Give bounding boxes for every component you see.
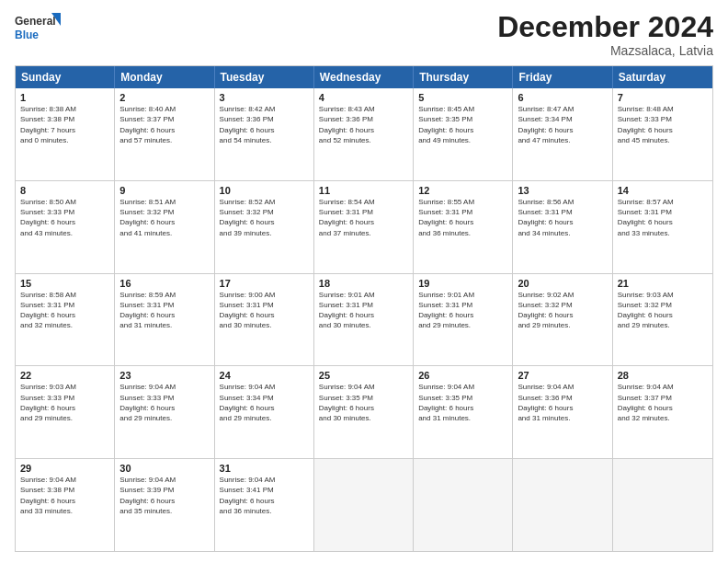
cell-info: Sunrise: 8:51 AM Sunset: 3:32 PM Dayligh… <box>119 197 209 238</box>
table-row: 29Sunrise: 9:04 AM Sunset: 3:38 PM Dayli… <box>16 459 115 551</box>
table-row: 22Sunrise: 9:03 AM Sunset: 3:33 PM Dayli… <box>16 366 115 458</box>
day-number: 3 <box>220 92 309 103</box>
table-row: 20Sunrise: 9:02 AM Sunset: 3:32 PM Dayli… <box>513 274 612 366</box>
header-tuesday: Tuesday <box>215 66 314 88</box>
week-row-1: 1Sunrise: 8:38 AM Sunset: 3:38 PM Daylig… <box>16 88 712 180</box>
table-row: 2Sunrise: 8:40 AM Sunset: 3:37 PM Daylig… <box>115 88 214 180</box>
day-number: 8 <box>20 185 109 196</box>
cell-info: Sunrise: 8:57 AM Sunset: 3:31 PM Dayligh… <box>618 197 708 238</box>
header-saturday: Saturday <box>613 66 712 88</box>
table-row: 8Sunrise: 8:50 AM Sunset: 3:33 PM Daylig… <box>16 181 115 273</box>
day-number: 21 <box>618 278 708 289</box>
day-number: 27 <box>518 370 607 381</box>
header-wednesday: Wednesday <box>314 66 414 88</box>
calendar: Sunday Monday Tuesday Wednesday Thursday… <box>15 65 713 552</box>
day-number: 10 <box>220 185 309 196</box>
cell-info: Sunrise: 9:04 AM Sunset: 3:34 PM Dayligh… <box>220 382 309 423</box>
table-row: 17Sunrise: 9:00 AM Sunset: 3:31 PM Dayli… <box>215 274 314 366</box>
day-number: 31 <box>220 463 309 474</box>
day-number: 23 <box>119 370 209 381</box>
title-area: December 2024 Mazsalaca, Latvia <box>497 11 713 58</box>
day-number: 17 <box>220 278 309 289</box>
week-row-4: 22Sunrise: 9:03 AM Sunset: 3:33 PM Dayli… <box>16 365 712 458</box>
logo: General Blue <box>15 11 61 44</box>
cell-info: Sunrise: 9:04 AM Sunset: 3:37 PM Dayligh… <box>618 382 708 423</box>
day-number: 15 <box>20 278 109 289</box>
table-row: 15Sunrise: 8:58 AM Sunset: 3:31 PM Dayli… <box>16 274 115 366</box>
cell-info: Sunrise: 9:04 AM Sunset: 3:41 PM Dayligh… <box>220 475 309 516</box>
table-row: 1Sunrise: 8:38 AM Sunset: 3:38 PM Daylig… <box>16 88 115 180</box>
cell-info: Sunrise: 8:54 AM Sunset: 3:31 PM Dayligh… <box>319 197 408 238</box>
week-row-3: 15Sunrise: 8:58 AM Sunset: 3:31 PM Dayli… <box>16 273 712 366</box>
table-row: 3Sunrise: 8:42 AM Sunset: 3:36 PM Daylig… <box>215 88 314 180</box>
cell-info: Sunrise: 9:03 AM Sunset: 3:33 PM Dayligh… <box>20 382 109 423</box>
day-number: 19 <box>418 278 507 289</box>
table-row: 31Sunrise: 9:04 AM Sunset: 3:41 PM Dayli… <box>215 459 314 551</box>
table-row: 9Sunrise: 8:51 AM Sunset: 3:32 PM Daylig… <box>115 181 214 273</box>
day-number: 2 <box>119 92 209 103</box>
day-number: 6 <box>518 92 607 103</box>
cell-info: Sunrise: 9:04 AM Sunset: 3:39 PM Dayligh… <box>119 475 209 516</box>
table-row: 24Sunrise: 9:04 AM Sunset: 3:34 PM Dayli… <box>215 366 314 458</box>
svg-text:Blue: Blue <box>15 29 39 41</box>
table-row: 11Sunrise: 8:54 AM Sunset: 3:31 PM Dayli… <box>314 181 414 273</box>
logo-svg: General Blue <box>15 11 61 44</box>
calendar-body: 1Sunrise: 8:38 AM Sunset: 3:38 PM Daylig… <box>16 88 712 551</box>
day-number: 9 <box>119 185 209 196</box>
header-monday: Monday <box>115 66 214 88</box>
cell-info: Sunrise: 8:40 AM Sunset: 3:37 PM Dayligh… <box>119 104 209 145</box>
table-row: 13Sunrise: 8:56 AM Sunset: 3:31 PM Dayli… <box>513 181 612 273</box>
table-row: 4Sunrise: 8:43 AM Sunset: 3:36 PM Daylig… <box>314 88 414 180</box>
day-number: 20 <box>518 278 607 289</box>
day-number: 29 <box>20 463 109 474</box>
page: General Blue December 2024 Mazsalaca, La… <box>0 0 728 563</box>
table-row: 23Sunrise: 9:04 AM Sunset: 3:33 PM Dayli… <box>115 366 214 458</box>
cell-info: Sunrise: 8:55 AM Sunset: 3:31 PM Dayligh… <box>418 197 507 238</box>
table-row: 12Sunrise: 8:55 AM Sunset: 3:31 PM Dayli… <box>414 181 513 273</box>
cell-info: Sunrise: 9:02 AM Sunset: 3:32 PM Dayligh… <box>518 290 607 331</box>
cell-info: Sunrise: 8:48 AM Sunset: 3:33 PM Dayligh… <box>618 104 708 145</box>
cell-info: Sunrise: 9:04 AM Sunset: 3:33 PM Dayligh… <box>119 382 209 423</box>
day-number: 13 <box>518 185 607 196</box>
cell-info: Sunrise: 8:56 AM Sunset: 3:31 PM Dayligh… <box>518 197 607 238</box>
day-number: 18 <box>319 278 408 289</box>
day-number: 11 <box>319 185 408 196</box>
day-number: 1 <box>20 92 109 103</box>
week-row-5: 29Sunrise: 9:04 AM Sunset: 3:38 PM Dayli… <box>16 458 712 551</box>
day-number: 30 <box>119 463 209 474</box>
cell-info: Sunrise: 9:01 AM Sunset: 3:31 PM Dayligh… <box>418 290 507 331</box>
table-row: 26Sunrise: 9:04 AM Sunset: 3:35 PM Dayli… <box>414 366 513 458</box>
cell-info: Sunrise: 8:47 AM Sunset: 3:34 PM Dayligh… <box>518 104 607 145</box>
day-number: 22 <box>20 370 109 381</box>
table-row: 14Sunrise: 8:57 AM Sunset: 3:31 PM Dayli… <box>613 181 712 273</box>
day-number: 7 <box>618 92 708 103</box>
day-number: 26 <box>418 370 507 381</box>
cell-info: Sunrise: 9:00 AM Sunset: 3:31 PM Dayligh… <box>220 290 309 331</box>
table-row: 7Sunrise: 8:48 AM Sunset: 3:33 PM Daylig… <box>613 88 712 180</box>
cell-info: Sunrise: 9:04 AM Sunset: 3:35 PM Dayligh… <box>418 382 507 423</box>
day-number: 28 <box>618 370 708 381</box>
header-thursday: Thursday <box>414 66 513 88</box>
table-row: 25Sunrise: 9:04 AM Sunset: 3:35 PM Dayli… <box>314 366 414 458</box>
cell-info: Sunrise: 8:59 AM Sunset: 3:31 PM Dayligh… <box>119 290 209 331</box>
day-number: 25 <box>319 370 408 381</box>
day-number: 16 <box>119 278 209 289</box>
table-row: 6Sunrise: 8:47 AM Sunset: 3:34 PM Daylig… <box>513 88 612 180</box>
cell-info: Sunrise: 9:03 AM Sunset: 3:32 PM Dayligh… <box>618 290 708 331</box>
cell-info: Sunrise: 9:04 AM Sunset: 3:36 PM Dayligh… <box>518 382 607 423</box>
day-number: 12 <box>418 185 507 196</box>
cell-info: Sunrise: 8:58 AM Sunset: 3:31 PM Dayligh… <box>20 290 109 331</box>
cell-info: Sunrise: 8:43 AM Sunset: 3:36 PM Dayligh… <box>319 104 408 145</box>
day-number: 24 <box>220 370 309 381</box>
table-row: 16Sunrise: 8:59 AM Sunset: 3:31 PM Dayli… <box>115 274 214 366</box>
cell-info: Sunrise: 8:45 AM Sunset: 3:35 PM Dayligh… <box>418 104 507 145</box>
cell-info: Sunrise: 8:52 AM Sunset: 3:32 PM Dayligh… <box>220 197 309 238</box>
day-number: 5 <box>418 92 507 103</box>
location: Mazsalaca, Latvia <box>497 43 713 58</box>
table-row: 18Sunrise: 9:01 AM Sunset: 3:31 PM Dayli… <box>314 274 414 366</box>
table-row <box>613 459 712 551</box>
table-row: 19Sunrise: 9:01 AM Sunset: 3:31 PM Dayli… <box>414 274 513 366</box>
table-row <box>314 459 414 551</box>
day-number: 14 <box>618 185 708 196</box>
cell-info: Sunrise: 8:42 AM Sunset: 3:36 PM Dayligh… <box>220 104 309 145</box>
